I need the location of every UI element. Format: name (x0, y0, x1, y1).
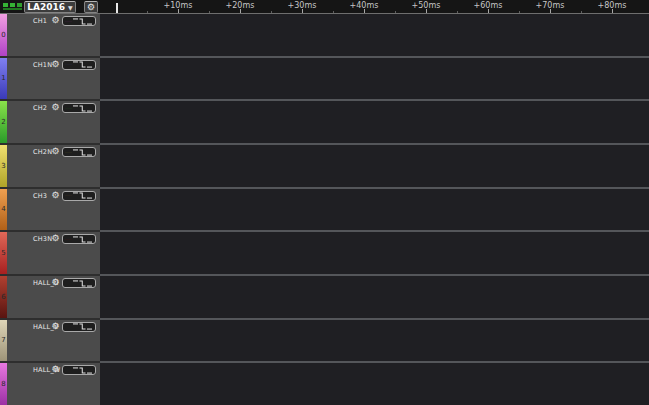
channel-row: 1 CH1N ⚙ (0, 58, 649, 100)
channel-number: 6 (0, 293, 7, 301)
falling-edge-trigger-icon[interactable] (79, 366, 86, 375)
waveform-area[interactable] (100, 145, 649, 187)
device-selector[interactable]: LA2016 ▼ (24, 1, 76, 13)
channel-row: 5 CH3N ⚙ (0, 232, 649, 274)
trigger-mode-group (62, 147, 96, 157)
minor-tick (271, 11, 272, 13)
channel-color-strip: 8 (0, 363, 7, 405)
app-logo-icon (3, 3, 22, 11)
minor-tick (147, 11, 148, 13)
major-tick (302, 9, 303, 13)
low-level-trigger-icon[interactable] (86, 60, 93, 69)
waveform-area[interactable] (100, 101, 649, 143)
falling-edge-trigger-icon[interactable] (79, 235, 86, 244)
rising-edge-trigger-icon[interactable] (65, 60, 72, 69)
high-level-trigger-icon[interactable] (72, 366, 79, 375)
waveform-area[interactable] (100, 189, 649, 231)
trigger-mode-group (62, 234, 96, 244)
high-level-trigger-icon[interactable] (72, 235, 79, 244)
channel-color-strip: 3 (0, 145, 7, 187)
channel-panel: 3 CH2N ⚙ (0, 145, 100, 187)
channel-settings-gear-icon[interactable]: ⚙ (50, 102, 61, 113)
channel-name: CH3 (33, 192, 47, 200)
channel-settings-gear-icon[interactable]: ⚙ (50, 59, 61, 70)
channel-settings-gear-icon[interactable]: ⚙ (50, 277, 61, 288)
rising-edge-trigger-icon[interactable] (65, 235, 72, 244)
rising-edge-trigger-icon[interactable] (65, 104, 72, 113)
rising-edge-trigger-icon[interactable] (65, 17, 72, 26)
settings-button[interactable]: ⚙ (84, 1, 98, 13)
high-level-trigger-icon[interactable] (72, 279, 79, 288)
waveform-area[interactable] (100, 363, 649, 405)
rising-edge-trigger-icon[interactable] (65, 366, 72, 375)
channel-color-strip: 1 (0, 58, 7, 100)
trigger-mode-group (62, 365, 96, 375)
timeline-ruler[interactable]: +10ms+20ms+30ms+40ms+50ms+60ms+70ms+80ms (100, 0, 649, 13)
high-level-trigger-icon[interactable] (72, 148, 79, 157)
low-level-trigger-icon[interactable] (86, 104, 93, 113)
high-level-trigger-icon[interactable] (72, 17, 79, 26)
falling-edge-trigger-icon[interactable] (79, 17, 86, 26)
falling-edge-trigger-icon[interactable] (79, 148, 86, 157)
high-level-trigger-icon[interactable] (72, 191, 79, 200)
channel-settings-gear-icon[interactable]: ⚙ (50, 190, 61, 201)
channel-panel: 2 CH2 ⚙ (0, 101, 100, 143)
low-level-trigger-icon[interactable] (86, 191, 93, 200)
top-toolbar: LA2016 ▼ ⚙ +10ms+20ms+30ms+40ms+50ms+60m… (0, 0, 649, 14)
low-level-trigger-icon[interactable] (86, 17, 93, 26)
trigger-mode-group (62, 60, 96, 70)
caret-down-icon: ▼ (68, 4, 73, 11)
channel-settings-gear-icon[interactable]: ⚙ (50, 364, 61, 375)
falling-edge-trigger-icon[interactable] (79, 191, 86, 200)
major-tick (240, 9, 241, 13)
waveform-area[interactable] (100, 320, 649, 362)
major-tick (178, 9, 179, 13)
channel-name: CH1 (33, 17, 47, 25)
channel-panel: 1 CH1N ⚙ (0, 58, 100, 100)
low-level-trigger-icon[interactable] (86, 235, 93, 244)
low-level-trigger-icon[interactable] (86, 148, 93, 157)
channel-number: 1 (0, 74, 7, 82)
low-level-trigger-icon[interactable] (86, 366, 93, 375)
falling-edge-trigger-icon[interactable] (79, 279, 86, 288)
rising-edge-trigger-icon[interactable] (65, 279, 72, 288)
minor-tick (209, 11, 210, 13)
rising-edge-trigger-icon[interactable] (65, 148, 72, 157)
device-label: LA2016 (27, 2, 65, 12)
minor-tick (581, 11, 582, 13)
rising-edge-trigger-icon[interactable] (65, 322, 72, 331)
falling-edge-trigger-icon[interactable] (79, 60, 86, 69)
channel-number: 7 (0, 336, 7, 344)
channel-settings-gear-icon[interactable]: ⚙ (50, 15, 61, 26)
high-level-trigger-icon[interactable] (72, 60, 79, 69)
falling-edge-trigger-icon[interactable] (79, 104, 86, 113)
major-tick (550, 9, 551, 13)
minor-tick (457, 11, 458, 13)
channel-number: 0 (0, 31, 7, 39)
trigger-mode-group (62, 278, 96, 288)
channel-row: 3 CH2N ⚙ (0, 145, 649, 187)
channel-settings-gear-icon[interactable]: ⚙ (50, 146, 61, 157)
waveform-area[interactable] (100, 276, 649, 318)
channel-row: 4 CH3 ⚙ (0, 189, 649, 231)
low-level-trigger-icon[interactable] (86, 322, 93, 331)
low-level-trigger-icon[interactable] (86, 279, 93, 288)
channel-rows: 0 CH1 ⚙ 1 CH1N ⚙ (0, 14, 649, 405)
channel-settings-gear-icon[interactable]: ⚙ (50, 321, 61, 332)
high-level-trigger-icon[interactable] (72, 322, 79, 331)
minor-tick (395, 11, 396, 13)
channel-number: 5 (0, 249, 7, 257)
rising-edge-trigger-icon[interactable] (65, 191, 72, 200)
channel-settings-gear-icon[interactable]: ⚙ (50, 233, 61, 244)
channel-panel: 8 HALL_W ⚙ (0, 363, 100, 405)
falling-edge-trigger-icon[interactable] (79, 322, 86, 331)
high-level-trigger-icon[interactable] (72, 104, 79, 113)
channel-row: 6 HALL_U ⚙ (0, 276, 649, 318)
channel-row: 8 HALL_W ⚙ (0, 363, 649, 405)
waveform-area[interactable] (100, 58, 649, 100)
channel-color-strip: 6 (0, 276, 7, 318)
waveform-area[interactable] (100, 14, 649, 56)
waveform-area[interactable] (100, 232, 649, 274)
trigger-mode-group (62, 103, 96, 113)
channel-row: 7 HALL_V ⚙ (0, 320, 649, 362)
